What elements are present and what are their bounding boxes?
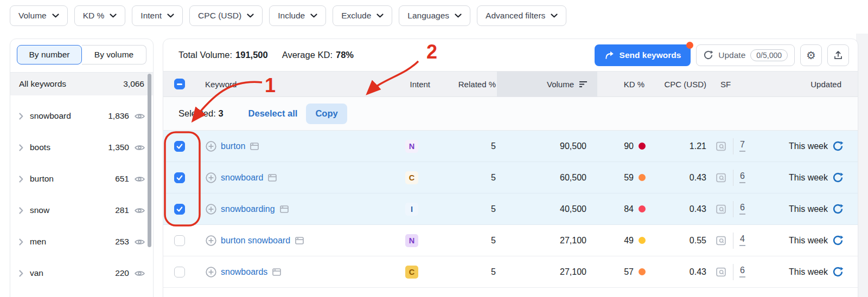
add-keyword-icon[interactable] xyxy=(205,235,217,247)
header-keyword[interactable]: Keyword xyxy=(196,72,375,96)
header-cpc[interactable]: CPC (USD) xyxy=(649,72,709,96)
serp-card-icon[interactable] xyxy=(271,267,282,277)
header-sf[interactable]: SF xyxy=(709,72,763,96)
keyword-link[interactable]: snowboarding xyxy=(221,204,275,214)
refresh-icon[interactable] xyxy=(832,140,844,152)
add-keyword-icon[interactable] xyxy=(205,172,217,184)
intent-badge: C xyxy=(405,266,418,279)
keyword-group-row[interactable]: men 253 xyxy=(10,226,153,257)
header-volume[interactable]: Volume xyxy=(497,72,597,96)
row-checkbox[interactable] xyxy=(174,267,185,277)
updated-text: This week xyxy=(789,204,828,214)
chevron-down-icon xyxy=(247,14,254,18)
filter-chip[interactable]: Include xyxy=(269,5,326,26)
filter-chip[interactable]: Advanced filters xyxy=(477,5,566,26)
filter-chip[interactable]: Exclude xyxy=(333,5,392,26)
divider xyxy=(733,201,733,217)
related-percent-cell: 5 xyxy=(435,193,497,224)
deselect-all-button[interactable]: Deselect all xyxy=(248,108,298,119)
add-keyword-icon[interactable] xyxy=(205,140,217,152)
copy-button[interactable]: Copy xyxy=(306,104,347,124)
volume-cell: 27,100 xyxy=(497,225,597,256)
filter-chip[interactable]: KD % xyxy=(74,5,126,26)
keyword-link[interactable]: burton xyxy=(221,141,245,151)
chevron-right-icon xyxy=(19,176,23,183)
eye-icon[interactable] xyxy=(134,142,145,153)
filter-chip-label: Languages xyxy=(407,11,449,21)
keyword-group-row[interactable]: burton 651 xyxy=(10,163,153,195)
keyword-link[interactable]: snowboard xyxy=(221,173,263,183)
keyword-group-row[interactable]: snow 281 xyxy=(10,195,153,226)
eye-icon[interactable] xyxy=(134,205,145,216)
send-keywords-button[interactable]: Send keywords xyxy=(595,44,691,66)
all-keywords-label: All keywords xyxy=(19,79,66,89)
export-button[interactable] xyxy=(827,44,849,66)
header-updated[interactable]: Updated xyxy=(763,72,858,96)
refresh-icon[interactable] xyxy=(832,266,844,277)
tab-by-number[interactable]: By number xyxy=(17,45,82,64)
serp-features-icon[interactable] xyxy=(715,140,727,152)
row-checkbox[interactable] xyxy=(174,172,185,183)
table-body: burton N 5 90,500 90 1.21 7 This week xyxy=(163,131,858,288)
keyword-link[interactable]: burton snowboard xyxy=(221,236,290,246)
total-volume-value: 191,500 xyxy=(235,50,268,60)
updated-text: This week xyxy=(789,267,828,277)
keyword-group-row[interactable]: snowboard 1,836 xyxy=(10,100,153,132)
serp-features-icon[interactable] xyxy=(715,203,727,215)
send-keywords-label: Send keywords xyxy=(620,50,681,60)
selection-bar: Selected: 3 Deselect all Copy xyxy=(163,97,858,131)
sf-count-link[interactable]: 6 xyxy=(739,203,745,215)
table-header-row: Keyword Intent Related % Volume KD % CPC… xyxy=(163,71,858,97)
serp-features-icon[interactable] xyxy=(715,235,727,247)
header-intent[interactable]: Intent xyxy=(375,72,435,96)
add-keyword-icon[interactable] xyxy=(205,203,217,215)
header-kd[interactable]: KD % xyxy=(597,72,649,96)
filter-chip[interactable]: Intent xyxy=(132,5,183,26)
eye-icon[interactable] xyxy=(134,268,145,279)
serp-features-icon[interactable] xyxy=(715,266,727,278)
kd-difficulty-dot xyxy=(639,237,646,244)
eye-icon[interactable] xyxy=(134,236,145,248)
chevron-right-icon xyxy=(19,207,23,214)
chevron-down-icon xyxy=(167,14,174,18)
filter-chip[interactable]: CPC (USD) xyxy=(189,5,263,26)
divider xyxy=(733,233,733,249)
chevron-right-icon xyxy=(19,144,23,151)
settings-button[interactable]: ⚙ xyxy=(800,44,822,66)
serp-card-icon[interactable] xyxy=(267,172,278,183)
filter-bar: Volume KD % Intent CPC (USD) Include Exc… xyxy=(10,5,566,26)
refresh-icon[interactable] xyxy=(832,203,844,215)
sf-count-link[interactable]: 4 xyxy=(739,235,745,246)
sidebar-scrollbar[interactable] xyxy=(148,74,151,247)
serp-card-icon[interactable] xyxy=(279,204,290,215)
row-checkbox[interactable] xyxy=(174,204,185,215)
row-checkbox[interactable] xyxy=(174,141,185,152)
serp-card-icon[interactable] xyxy=(294,235,305,246)
cpc-cell: 0.55 xyxy=(649,225,709,256)
sf-count-link[interactable]: 6 xyxy=(739,266,745,277)
divider xyxy=(733,264,733,280)
serp-features-icon[interactable] xyxy=(715,172,727,184)
keyword-group-row[interactable]: boots 1,350 xyxy=(10,132,153,163)
eye-icon[interactable] xyxy=(134,111,145,122)
eye-icon[interactable] xyxy=(134,173,145,185)
tab-by-volume[interactable]: By volume xyxy=(82,45,146,64)
chevron-down-icon xyxy=(455,14,462,18)
keyword-link[interactable]: snowboards xyxy=(221,267,267,277)
filter-chip[interactable]: Volume xyxy=(10,5,68,26)
header-related[interactable]: Related % xyxy=(435,72,497,96)
select-all-checkbox[interactable] xyxy=(174,79,185,89)
update-button[interactable]: Update 0/5,000 xyxy=(696,44,795,66)
keyword-group-row[interactable]: van 220 xyxy=(10,257,153,289)
refresh-icon[interactable] xyxy=(832,172,844,183)
refresh-icon[interactable] xyxy=(832,235,844,246)
group-label: burton xyxy=(30,174,54,184)
sf-count-link[interactable]: 6 xyxy=(739,172,745,183)
serp-card-icon[interactable] xyxy=(249,141,260,152)
chevron-down-icon xyxy=(310,14,317,18)
row-checkbox[interactable] xyxy=(174,235,185,246)
add-keyword-icon[interactable] xyxy=(205,266,217,278)
all-keywords-row[interactable]: All keywords 3,066 xyxy=(10,73,153,95)
sf-count-link[interactable]: 7 xyxy=(739,140,745,152)
filter-chip[interactable]: Languages xyxy=(399,5,470,26)
